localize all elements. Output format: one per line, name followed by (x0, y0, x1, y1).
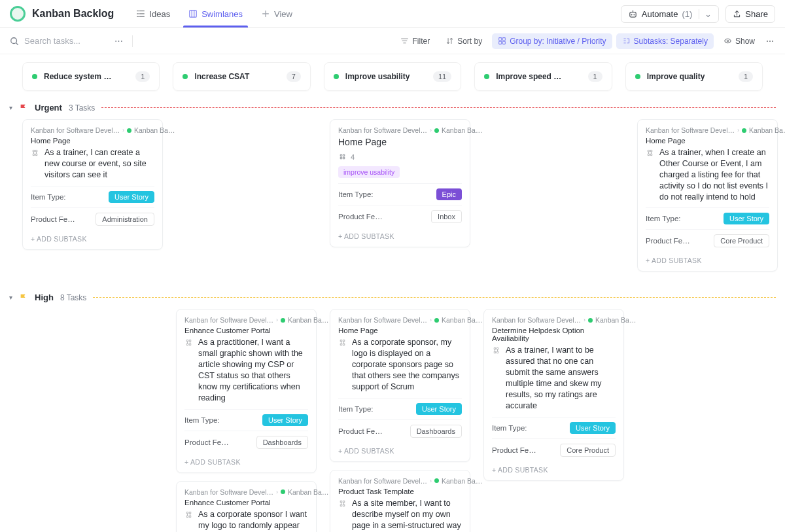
tab-label: Swimlanes (201, 9, 243, 19)
tag[interactable]: improve usability (338, 166, 400, 178)
tab-add-view[interactable]: View (252, 0, 302, 27)
card-subtitle: Determine Helpdesk Option Availiability (492, 327, 616, 342)
column-header[interactable]: Increase CSAT 7 (173, 62, 310, 91)
flag-icon (19, 103, 28, 113)
feature-value[interactable]: Administration (96, 213, 154, 226)
feature-value[interactable]: Dashboards (410, 425, 462, 438)
add-subtask-button[interactable]: + ADD SUBTASK (338, 228, 462, 247)
task-card[interactable]: Kanban for Software Devel…› Kanban Ba…En… (176, 481, 317, 532)
filter-button[interactable]: Filter (394, 33, 436, 49)
search-icon (10, 37, 19, 46)
subtasks-button[interactable]: Subtasks: Separately (616, 33, 714, 49)
share-button[interactable]: Share (725, 5, 775, 23)
subtask-icon (338, 499, 347, 508)
group-button[interactable]: Group by: Initiative / Priority (492, 33, 612, 49)
card-description: As a site member, I want to describe mys… (352, 498, 462, 532)
header-actions: Automate (1) ⌄ Share (621, 5, 775, 23)
item-type-badge[interactable]: User Story (416, 403, 462, 415)
svg-point-9 (727, 40, 728, 41)
item-type-badge[interactable]: User Story (570, 422, 616, 434)
subtask-count: 4 (338, 152, 462, 161)
tab-swimlanes[interactable]: Swimlanes (179, 0, 252, 27)
column-count: 11 (433, 71, 451, 82)
board-icon (188, 9, 198, 18)
field-product-feature: Product Fe… Dashboards (338, 419, 462, 442)
chevron-down-icon[interactable]: ▾ (9, 294, 12, 301)
add-subtask-button[interactable]: + ADD SUBTASK (646, 252, 769, 271)
search-input[interactable]: Search tasks... (10, 36, 108, 46)
item-type-badge[interactable]: User Story (724, 213, 769, 224)
breadcrumb: Kanban for Software Devel…› Kanban Ba… (184, 316, 308, 324)
automate-button[interactable]: Automate (1) ⌄ (621, 5, 720, 23)
column-header[interactable]: Improve quality 1 (625, 62, 763, 91)
column-slot (483, 119, 624, 120)
field-item-type: Item Type: User Story (31, 186, 154, 207)
breadcrumb: Kanban for Software Devel…› Kanban Ba… (492, 316, 616, 324)
sort-button[interactable]: Sort by (440, 33, 488, 49)
sort-label: Sort by (457, 37, 482, 46)
svg-rect-8 (502, 41, 505, 44)
card-subtitle: Enhance Customer Portal (184, 499, 308, 506)
feature-value[interactable]: Dashboards (256, 436, 308, 449)
automate-label: Automate (642, 9, 678, 19)
eye-icon (724, 37, 732, 45)
more-button[interactable]: ⋯ (765, 33, 775, 49)
item-type-badge[interactable]: User Story (262, 414, 308, 426)
swimlane-header[interactable]: ▾ High 8 Tasks (0, 289, 785, 306)
status-dot (484, 74, 489, 79)
list-icon (136, 9, 145, 18)
subtask-icon (338, 338, 347, 347)
share-label: Share (745, 9, 768, 19)
breadcrumb: Kanban for Software Devel…› Kanban Ba… (338, 477, 462, 485)
field-product-feature: Product Fe… Dashboards (184, 431, 308, 453)
add-subtask-button[interactable]: + ADD SUBTASK (338, 442, 462, 461)
chevron-down-icon[interactable]: ▾ (9, 104, 12, 111)
feature-value[interactable]: Inbox (431, 210, 462, 223)
more-icon[interactable]: ⋯ (114, 36, 123, 46)
status-dot (183, 74, 188, 79)
add-subtask-button[interactable]: + ADD SUBTASK (184, 453, 308, 472)
status-dot-icon (434, 318, 439, 323)
column-count: 1 (135, 71, 150, 82)
subtasks-label: Subtasks: Separately (634, 37, 708, 46)
task-card[interactable]: Kanban for Software Devel…› Kanban Ba…Ho… (637, 119, 778, 272)
item-type-badge[interactable]: User Story (109, 191, 154, 203)
column-count: 1 (739, 71, 753, 82)
task-card[interactable]: Kanban for Software Devel…› Kanban Ba…Pr… (330, 470, 470, 532)
feature-value[interactable]: Core Product (714, 234, 769, 247)
column-header[interactable]: Improve speed … 1 (474, 62, 612, 91)
filter-label: Filter (412, 37, 430, 46)
add-subtask-button[interactable]: + ADD SUBTASK (31, 230, 154, 249)
card-title: Home Page (338, 137, 462, 147)
show-label: Show (735, 37, 755, 46)
task-card[interactable]: Kanban for Software Devel…› Kanban Ba…Ho… (330, 119, 470, 247)
column-header[interactable]: Improve usability 11 (324, 62, 461, 91)
feature-value[interactable]: Core Product (560, 444, 616, 457)
swimlane-header[interactable]: ▾ Urgent 3 Tasks (0, 99, 785, 116)
task-card[interactable]: Kanban for Software Devel…› Kanban Ba…De… (483, 309, 624, 480)
sort-icon (445, 37, 454, 45)
task-card[interactable]: Kanban for Software Devel…› Kanban Ba…En… (176, 309, 317, 472)
column-slot: Kanban for Software Devel…› Kanban Ba…De… (483, 309, 624, 488)
card-description: As a corporate sponsor, my logo is displ… (352, 337, 462, 392)
plus-icon (261, 9, 270, 18)
task-card[interactable]: Kanban for Software Devel…› Kanban Ba…Ho… (330, 309, 470, 461)
svg-rect-7 (499, 41, 502, 44)
card-description: As a practitioner, I want a small graphi… (198, 337, 308, 403)
column-slot (637, 309, 778, 310)
tab-ideas[interactable]: Ideas (127, 0, 179, 27)
item-type-badge[interactable]: Epic (436, 188, 462, 200)
status-dot-icon (434, 478, 439, 483)
field-item-type: Item Type: User Story (492, 417, 616, 438)
column-header[interactable]: Reduce system … 1 (22, 62, 160, 91)
lane-count: 3 Tasks (69, 103, 95, 113)
card-description: As a trainer, I can create a new course … (44, 147, 154, 181)
task-card[interactable]: Kanban for Software Devel…› Kanban Ba…Ho… (22, 119, 163, 250)
card-subtitle: Enhance Customer Portal (184, 327, 308, 334)
breadcrumb: Kanban for Software Devel…› Kanban Ba… (31, 126, 154, 134)
field-item-type: Item Type: User Story (184, 409, 308, 431)
show-button[interactable]: Show (718, 33, 761, 49)
add-subtask-button[interactable]: + ADD SUBTASK (492, 461, 616, 480)
breadcrumb: Kanban for Software Devel…› Kanban Ba… (338, 126, 462, 134)
svg-rect-5 (499, 38, 502, 41)
